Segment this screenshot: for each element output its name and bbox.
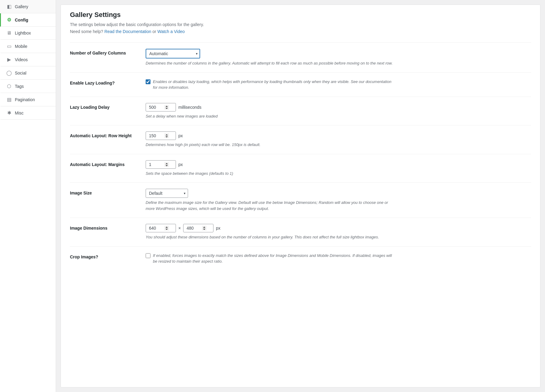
select-image-size[interactable]: DefaultThumbnailMediumLargeFull SizeRand… — [146, 189, 188, 198]
mobile-icon: ▭ — [6, 43, 12, 49]
sidebar-item-label-pagination: Pagination — [15, 97, 35, 102]
sidebar-item-label-gallery: Gallery — [15, 4, 28, 9]
lightbox-icon: 🖥 — [6, 30, 12, 36]
image-height-input[interactable] — [183, 224, 213, 232]
sidebar-item-pagination[interactable]: ▤Pagination — [0, 93, 56, 106]
help-or: or — [151, 29, 157, 34]
sidebar-item-lightbox[interactable]: 🖥Lightbox — [0, 27, 56, 40]
dimensions-unit-label: px — [216, 226, 220, 231]
settings-label-image-size: Image Size — [70, 189, 143, 196]
select-gallery-columns[interactable]: Automatic123456 — [146, 49, 200, 58]
settings-desc-margins: Sets the space between the images (defau… — [146, 171, 394, 177]
settings-row-image-size: Image SizeDefaultThumbnailMediumLargeFul… — [70, 182, 531, 218]
settings-row-crop-images: Crop Images?If enabled, forces images to… — [70, 246, 531, 271]
settings-desc-gallery-columns: Determines the number of columns in the … — [146, 60, 394, 66]
settings-row-image-dimensions: Image Dimensions×pxYou should adjust the… — [70, 218, 531, 246]
config-icon: ⚙ — [6, 17, 12, 23]
unit-label-margins: px — [178, 162, 183, 167]
settings-control-gallery-columns: Automatic123456▾Determines the number of… — [143, 49, 531, 66]
settings-row-gallery-columns: Number of Gallery ColumnsAutomatic123456… — [70, 42, 531, 72]
settings-label-lazy-loading-delay: Lazy Loading Delay — [70, 103, 143, 111]
watch-video-link[interactable]: Watch a Video — [157, 29, 185, 34]
settings-label-lazy-loading: Enable Lazy Loading? — [70, 79, 143, 86]
settings-desc-image-dimensions: You should adjust these dimensions based… — [146, 234, 394, 240]
videos-icon: ▶ — [6, 57, 12, 62]
app-container: ◧Gallery⚙Config🖥Lightbox▭Mobile▶Videos◯S… — [0, 0, 545, 392]
settings-row-row-height: Automatic Layout: Row HeightpxDetermines… — [70, 125, 531, 154]
settings-control-crop-images: If enabled, forces images to exactly mat… — [143, 253, 531, 264]
number-input-margins[interactable] — [146, 160, 176, 169]
sidebar-item-label-misc: Misc — [15, 111, 24, 115]
sidebar-item-mobile[interactable]: ▭Mobile — [0, 40, 56, 53]
settings-desc-row-height: Determines how high (in pixels) each row… — [146, 142, 394, 148]
number-input-lazy-loading-delay[interactable] — [146, 103, 176, 111]
settings-row-lazy-loading: Enable Lazy Loading?Enables or disables … — [70, 72, 531, 97]
sidebar-item-config[interactable]: ⚙Config — [0, 13, 56, 27]
settings-label-gallery-columns: Number of Gallery Columns — [70, 49, 143, 56]
height-wrapper — [183, 224, 213, 232]
dimensions-group: ×px — [146, 224, 531, 232]
misc-icon: ✱ — [6, 110, 12, 116]
help-prefix: Need some help? — [70, 29, 104, 34]
width-wrapper — [146, 224, 176, 232]
sidebar-item-label-lightbox: Lightbox — [15, 31, 31, 35]
number-wrapper-row-height — [146, 131, 176, 140]
settings-control-image-size: DefaultThumbnailMediumLargeFull SizeRand… — [143, 189, 531, 211]
settings-label-row-height: Automatic Layout: Row Height — [70, 131, 143, 139]
checkbox-row-crop-images: If enabled, forces images to exactly mat… — [146, 253, 531, 264]
read-docs-link[interactable]: Read the Documentation — [104, 29, 151, 34]
settings-desc-image-size: Define the maximum image size for the Ga… — [146, 200, 394, 211]
number-group-margins: px — [146, 160, 531, 169]
social-icon: ◯ — [6, 70, 12, 76]
sidebar-item-videos[interactable]: ▶Videos — [0, 53, 56, 66]
sidebar-item-gallery[interactable]: ◧Gallery — [0, 0, 56, 13]
sidebar-item-label-config: Config — [15, 18, 28, 22]
main-content: Gallery Settings The settings below adju… — [61, 5, 540, 387]
help-text: Need some help? Read the Documentation o… — [70, 29, 531, 34]
sidebar-item-label-tags: Tags — [15, 84, 24, 89]
sidebar-item-label-social: Social — [15, 71, 26, 75]
number-wrapper-lazy-loading-delay — [146, 103, 176, 111]
pagination-icon: ▤ — [6, 97, 12, 102]
settings-label-image-dimensions: Image Dimensions — [70, 224, 143, 231]
number-wrapper-margins — [146, 160, 176, 169]
cross-symbol: × — [178, 226, 181, 231]
settings-control-lazy-loading: Enables or disables lazy loading, which … — [143, 79, 531, 91]
number-group-lazy-loading-delay: milliseconds — [146, 103, 531, 111]
sidebar-item-misc[interactable]: ✱Misc — [0, 106, 56, 120]
sidebar-item-label-mobile: Mobile — [15, 44, 27, 49]
sidebar: ◧Gallery⚙Config🖥Lightbox▭Mobile▶Videos◯S… — [0, 0, 56, 392]
settings-row-margins: Automatic Layout: MarginspxSets the spac… — [70, 154, 531, 183]
page-title: Gallery Settings — [70, 11, 531, 19]
settings-row-lazy-loading-delay: Lazy Loading DelaymillisecondsSet a dela… — [70, 97, 531, 125]
unit-label-row-height: px — [178, 133, 183, 138]
sidebar-item-tags[interactable]: ⬡Tags — [0, 80, 56, 93]
settings-label-crop-images: Crop Images? — [70, 253, 143, 260]
sidebar-item-social[interactable]: ◯Social — [0, 66, 56, 80]
settings-desc-lazy-loading-delay: Set a delay when new images are loaded — [146, 113, 394, 119]
checkbox-label-lazy-loading: Enables or disables lazy loading, which … — [153, 79, 395, 91]
select-wrapper-image-size: DefaultThumbnailMediumLargeFull SizeRand… — [146, 189, 188, 198]
number-input-row-height[interactable] — [146, 131, 176, 140]
page-description: The settings below adjust the basic conf… — [70, 21, 531, 28]
checkbox-crop-images[interactable] — [146, 253, 150, 258]
number-group-row-height: px — [146, 131, 531, 140]
tags-icon: ⬡ — [6, 83, 12, 89]
settings-container: Number of Gallery ColumnsAutomatic123456… — [70, 42, 531, 271]
settings-control-image-dimensions: ×pxYou should adjust these dimensions ba… — [143, 224, 531, 240]
select-wrapper-gallery-columns: Automatic123456▾ — [146, 49, 200, 58]
sidebar-item-label-videos: Videos — [15, 57, 28, 62]
settings-control-lazy-loading-delay: millisecondsSet a delay when new images … — [143, 103, 531, 119]
settings-label-margins: Automatic Layout: Margins — [70, 160, 143, 168]
image-width-input[interactable] — [146, 224, 176, 232]
unit-label-lazy-loading-delay: milliseconds — [178, 105, 201, 110]
settings-control-row-height: pxDetermines how high (in pixels) each r… — [143, 131, 531, 148]
settings-control-margins: pxSets the space between the images (def… — [143, 160, 531, 177]
checkbox-lazy-loading[interactable] — [146, 79, 150, 84]
gallery-icon: ◧ — [6, 4, 12, 9]
checkbox-row-lazy-loading: Enables or disables lazy loading, which … — [146, 79, 531, 91]
checkbox-label-crop-images: If enabled, forces images to exactly mat… — [153, 253, 395, 264]
